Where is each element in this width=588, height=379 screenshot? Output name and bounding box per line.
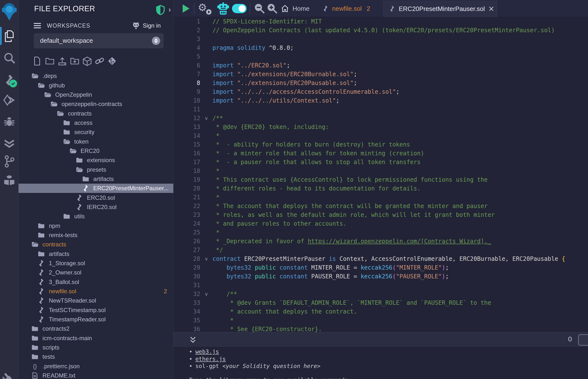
terminal-library-link[interactable]: ethers.js (195, 356, 226, 362)
tree-item-contracts2[interactable]: contracts2 (18, 324, 173, 333)
zoom-out-icon[interactable] (254, 3, 265, 14)
code-line[interactable]: 21 * (173, 193, 588, 202)
solidity-compiler-icon[interactable] (3, 72, 15, 86)
fold-chevron-icon[interactable]: ∨ (200, 290, 212, 299)
tree-item-github[interactable]: github (18, 80, 173, 90)
terminal-search-box[interactable] (578, 334, 588, 346)
hamburger-icon[interactable] (34, 23, 41, 29)
code-line[interactable]: 6import "../ERC20.sol"; (173, 61, 588, 70)
code-line[interactable]: 32∨ /** (173, 290, 588, 299)
tree-item-erc20presetminterpauser-[interactable]: ERC20PresetMinterPauser... (18, 184, 173, 193)
code-line[interactable]: 19 * This contract uses {AccessControl} … (173, 175, 588, 184)
code-line[interactable]: 18 * (173, 167, 588, 175)
file-explorer-icon[interactable] (3, 30, 15, 43)
tree-item-openzeppelin[interactable]: OpenZeppelin (18, 90, 173, 99)
tree-item-access[interactable]: access (18, 118, 173, 127)
deploy-run-icon[interactable] (3, 94, 16, 107)
tree-item-2-owner-sol[interactable]: 2_Owner.sol (18, 268, 173, 277)
code-line[interactable]: 16 * - a minter role that allows for tok… (173, 149, 588, 158)
search-icon[interactable] (3, 52, 15, 64)
tree-item-scripts[interactable]: scripts (18, 343, 173, 352)
tree-item-utils[interactable]: utils (18, 212, 173, 221)
tree-item-1-storage-sol[interactable]: 1_Storage.sol (18, 259, 173, 268)
close-icon[interactable] (488, 6, 494, 12)
code-line[interactable]: 15 * - ability for holders to burn (dest… (173, 140, 588, 149)
workspace-stepper-icon[interactable] (152, 37, 160, 45)
plug-icon[interactable] (3, 372, 16, 379)
code-line[interactable]: 28∨contract ERC20PresetMinterPauser is C… (173, 254, 588, 263)
code-line[interactable]: 30 bytes32 public constant PAUSER_ROLE =… (173, 272, 588, 281)
shield-icon[interactable] (155, 4, 166, 16)
tree-item-newfile-sol[interactable]: newfile.sol2 (18, 287, 173, 296)
tree-item-contracts[interactable]: contracts (18, 109, 173, 118)
code-line[interactable]: 14 * (173, 131, 588, 140)
tree-item-tests[interactable]: tests (18, 352, 173, 362)
code-line[interactable]: 10import "../../../utils/Context.sol"; (173, 96, 588, 105)
tree-item-timestampreader-sol[interactable]: TimestampReader.sol (18, 315, 173, 324)
terminal-library-link[interactable]: web3.js (195, 348, 219, 355)
double-chevron-down-icon[interactable] (189, 336, 197, 344)
chevron-right-icon[interactable]: › (169, 5, 171, 14)
tab-active-file[interactable]: ERC20PresetMinterPauser.sol (383, 0, 497, 17)
code-line[interactable]: 22 * The account that deploys the contra… (173, 202, 588, 210)
tab-home[interactable]: Home (278, 0, 312, 17)
debugger-icon[interactable] (3, 116, 15, 128)
tree-item-readme-txt[interactable]: README.txt (18, 371, 173, 379)
ai-robot-icon[interactable] (217, 2, 230, 15)
tab-newfile[interactable]: newfile.sol 2 (320, 0, 373, 17)
code-line[interactable]: 36 * See {ERC20-constructor}. (173, 325, 588, 332)
tree-item-erc20-sol[interactable]: ERC20.sol (18, 193, 173, 202)
tree-item-icm-contracts-main[interactable]: icm-contracts-main (18, 333, 173, 343)
code-line[interactable]: 5 (173, 52, 588, 61)
tree-item-3-ballot-sol[interactable]: 3_Ballot.sol (18, 277, 173, 287)
fold-chevron-icon[interactable]: ∨ (200, 114, 212, 123)
load-url-link-icon[interactable] (95, 56, 104, 66)
code-line[interactable]: 25 * (173, 228, 588, 237)
code-line[interactable]: 27 */ (173, 246, 588, 254)
copilot-toggle[interactable] (232, 4, 247, 13)
code-line[interactable]: 8import "../extensions/ERC20Pausable.sol… (173, 79, 588, 87)
plugin-manager-icon[interactable] (3, 174, 16, 187)
tree-item-token[interactable]: token (18, 137, 173, 146)
code-line[interactable]: 35 * (173, 316, 588, 325)
tree-item-npm[interactable]: npm (18, 221, 173, 231)
tree-item-newtsreader-sol[interactable]: NewTSReader.sol (18, 296, 173, 305)
code-line[interactable]: 9import "../../../access/AccessControlEn… (173, 87, 588, 96)
tree-item-openzeppelin-contracts[interactable]: openzeppelin-contracts (18, 99, 173, 109)
code-line[interactable]: 17 * - a pauser role that allows to stop… (173, 158, 588, 167)
code-line[interactable]: 11 (173, 105, 588, 114)
code-line[interactable]: 29 bytes32 public constant MINTER_ROLE =… (173, 263, 588, 272)
tree-item-artifacts[interactable]: artifacts (18, 174, 173, 184)
tree-item-artifacts[interactable]: artifacts (18, 249, 173, 259)
code-line[interactable]: 13 * @dev {ERC20} token, including: (173, 123, 588, 131)
terminal-output[interactable]: •web3.js•ethers.js•sol-gpt <your Solidit… (173, 347, 588, 379)
code-line[interactable]: 26 * _Deprecated in favor of https://wiz… (173, 237, 588, 246)
load-ipfs-cube-icon[interactable] (82, 56, 91, 66)
code-line[interactable]: 7import "../extensions/ERC20Burnable.sol… (173, 70, 588, 79)
remix-logo-icon[interactable] (1, 2, 17, 20)
tree-item--deps[interactable]: .deps (18, 71, 173, 80)
tree-item-extensions[interactable]: extensions (18, 156, 173, 165)
code-line[interactable]: 2// OpenZeppelin Contracts (last updated… (173, 26, 588, 35)
code-line[interactable]: 12∨/** (173, 114, 588, 123)
upload-folder-icon[interactable] (70, 56, 79, 66)
code-line[interactable]: 31 (173, 281, 588, 290)
workspace-select[interactable]: default_workspace (34, 33, 164, 48)
tree-item-remix-tests[interactable]: remix-tests (18, 231, 173, 240)
sign-in-button[interactable]: Sign in (132, 22, 161, 29)
tree-item-contracts[interactable]: contracts (18, 240, 173, 249)
zoom-in-icon[interactable] (267, 3, 278, 14)
git-clone-icon[interactable] (108, 56, 116, 66)
code-line[interactable]: 20 * different roles - head to its docum… (173, 184, 588, 193)
tree-item--prettierrc-json[interactable]: {}.prettierrc.json (18, 362, 173, 371)
tree-item-security[interactable]: security (18, 127, 173, 137)
code-line[interactable]: 4pragma solidity ^0.8.0; (173, 44, 588, 52)
tree-item-presets[interactable]: presets (18, 165, 173, 174)
new-folder-icon[interactable] (45, 56, 54, 66)
fold-chevron-icon[interactable]: ∨ (200, 254, 212, 263)
run-play-icon[interactable] (183, 4, 189, 13)
code-editor[interactable]: 1// SPDX-License-Identifier: MIT2// Open… (173, 17, 588, 332)
new-file-icon[interactable] (33, 56, 42, 66)
code-line[interactable]: 34 * account that deploys the contract. (173, 307, 588, 316)
code-line[interactable]: 3 (173, 35, 588, 44)
